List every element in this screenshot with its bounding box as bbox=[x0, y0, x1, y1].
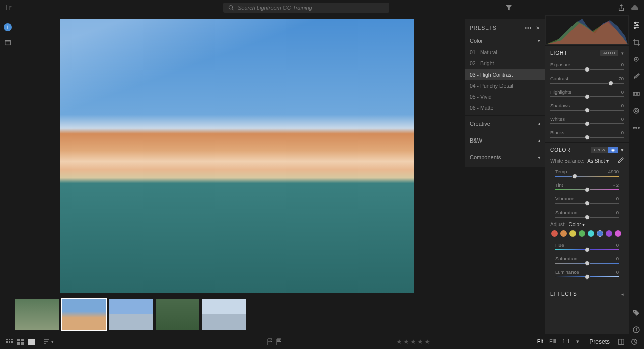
info-icon[interactable] bbox=[632, 326, 640, 334]
history-icon[interactable] bbox=[631, 338, 638, 345]
search-box[interactable] bbox=[223, 3, 389, 13]
preset-item[interactable]: 01 - Natural bbox=[465, 47, 545, 58]
add-photo-button[interactable]: + bbox=[4, 23, 12, 31]
slider-thumb[interactable] bbox=[585, 108, 590, 113]
slider-thumb[interactable] bbox=[585, 135, 590, 140]
slider-thumb[interactable] bbox=[585, 201, 590, 206]
sort-icon[interactable]: ▾ bbox=[43, 339, 54, 345]
presets-button[interactable]: Presets bbox=[589, 338, 610, 345]
slider-thumb[interactable] bbox=[585, 121, 590, 126]
wb-dropdown[interactable]: As Shot ▾ bbox=[587, 158, 609, 164]
slider-thumb[interactable] bbox=[585, 247, 590, 252]
thumbnail[interactable] bbox=[15, 299, 59, 330]
search-icon bbox=[228, 5, 234, 11]
slider-track[interactable] bbox=[550, 123, 624, 124]
slider-track[interactable] bbox=[555, 189, 619, 190]
bw-toggle-button[interactable]: B & W bbox=[591, 147, 608, 153]
preset-item[interactable]: 06 - Matte bbox=[465, 102, 545, 113]
auto-button[interactable]: AUTO bbox=[600, 50, 618, 56]
color-dot[interactable] bbox=[615, 230, 621, 237]
light-section-title: LIGHT bbox=[550, 50, 567, 56]
slider-thumb[interactable] bbox=[585, 67, 590, 72]
color-dot[interactable] bbox=[560, 230, 567, 237]
color-dot[interactable] bbox=[551, 230, 558, 237]
preset-item[interactable]: 05 - Vivid bbox=[465, 91, 545, 102]
canvas[interactable] bbox=[15, 15, 460, 296]
chevron-down-icon[interactable]: ▾ bbox=[621, 147, 624, 153]
cloud-icon[interactable] bbox=[631, 5, 639, 11]
slider-thumb[interactable] bbox=[585, 215, 590, 220]
preset-section-components[interactable]: Components ◂ bbox=[465, 151, 545, 163]
zoom-ratio[interactable]: 1:1 bbox=[562, 338, 570, 345]
svg-rect-28 bbox=[17, 339, 20, 341]
original-toggle-icon[interactable] bbox=[618, 338, 625, 345]
chevron-left-icon[interactable]: ◂ bbox=[621, 292, 624, 297]
star-2[interactable]: ★ bbox=[403, 338, 409, 345]
preset-item[interactable]: 04 - Punchy Detail bbox=[465, 80, 545, 91]
slider-track[interactable] bbox=[550, 110, 624, 111]
slider-track[interactable] bbox=[550, 137, 624, 138]
single-view-icon[interactable] bbox=[28, 339, 35, 345]
star-1[interactable]: ★ bbox=[396, 338, 402, 345]
slider-thumb[interactable] bbox=[572, 174, 577, 179]
close-icon[interactable]: ✕ bbox=[536, 25, 540, 31]
edit-sliders-icon[interactable] bbox=[632, 21, 640, 29]
chevron-down-icon[interactable]: ▾ bbox=[621, 51, 624, 56]
preset-section-bw[interactable]: B&W ◂ bbox=[465, 134, 545, 147]
star-3[interactable]: ★ bbox=[410, 338, 416, 345]
slider-thumb[interactable] bbox=[585, 261, 590, 266]
thumbnail[interactable] bbox=[202, 299, 246, 330]
adjust-dropdown[interactable]: Color ▾ bbox=[569, 222, 585, 227]
slider-thumb[interactable] bbox=[585, 187, 590, 192]
slider-thumb[interactable] bbox=[608, 81, 613, 86]
slider-track[interactable] bbox=[550, 69, 624, 70]
slider-thumb[interactable] bbox=[585, 274, 590, 280]
color-dot[interactable] bbox=[597, 230, 603, 237]
share-icon[interactable] bbox=[618, 4, 625, 11]
slider-track[interactable] bbox=[555, 249, 619, 250]
color-dot[interactable] bbox=[579, 230, 585, 237]
tag-icon[interactable] bbox=[632, 309, 640, 317]
linear-gradient-icon[interactable] bbox=[632, 90, 640, 98]
filter-icon[interactable] bbox=[505, 4, 512, 11]
slider-track[interactable] bbox=[555, 217, 619, 218]
heal-icon[interactable] bbox=[632, 55, 640, 63]
color-dot[interactable] bbox=[606, 230, 612, 237]
star-5[interactable]: ★ bbox=[424, 338, 431, 345]
preset-item[interactable]: 03 - High Contrast bbox=[465, 69, 545, 80]
thumbnail[interactable] bbox=[156, 299, 199, 330]
slider-thumb[interactable] bbox=[585, 94, 590, 99]
radial-gradient-icon[interactable] bbox=[632, 107, 640, 115]
grid-large-icon[interactable] bbox=[17, 339, 24, 345]
preset-section-label: Components bbox=[470, 154, 501, 160]
slider-track[interactable] bbox=[555, 176, 619, 177]
color-dot[interactable] bbox=[588, 230, 594, 237]
color-toggle-button[interactable]: ◉ bbox=[608, 147, 618, 153]
flag-pick-icon[interactable] bbox=[267, 338, 273, 345]
more-icon[interactable]: ••• bbox=[632, 124, 640, 132]
zoom-dropdown-icon[interactable]: ▾ bbox=[576, 338, 579, 345]
star-4[interactable]: ★ bbox=[417, 338, 423, 345]
flag-reject-icon[interactable] bbox=[276, 338, 282, 345]
slider-track[interactable] bbox=[550, 96, 624, 97]
preset-section-creative[interactable]: Creative ◂ bbox=[465, 118, 545, 130]
library-icon[interactable] bbox=[4, 39, 11, 46]
histogram[interactable] bbox=[546, 16, 628, 44]
brush-icon[interactable] bbox=[632, 73, 640, 81]
slider-track[interactable] bbox=[555, 276, 619, 277]
presets-more-icon[interactable]: ••• bbox=[525, 25, 532, 31]
crop-icon[interactable] bbox=[632, 38, 640, 46]
grid-small-icon[interactable] bbox=[6, 339, 13, 345]
slider-track[interactable] bbox=[555, 203, 619, 204]
thumbnail[interactable] bbox=[109, 299, 153, 330]
zoom-fit[interactable]: Fit bbox=[537, 338, 543, 345]
preset-section-color[interactable]: Color ▾ bbox=[465, 35, 545, 47]
preset-item[interactable]: 02 - Bright bbox=[465, 58, 545, 69]
zoom-fill[interactable]: Fill bbox=[549, 338, 556, 345]
eyedropper-icon[interactable] bbox=[618, 157, 624, 164]
color-dot[interactable] bbox=[569, 230, 576, 237]
search-input[interactable] bbox=[238, 5, 384, 11]
slider-track[interactable] bbox=[550, 83, 624, 84]
slider-track[interactable] bbox=[555, 263, 619, 264]
thumbnail[interactable] bbox=[62, 299, 106, 330]
